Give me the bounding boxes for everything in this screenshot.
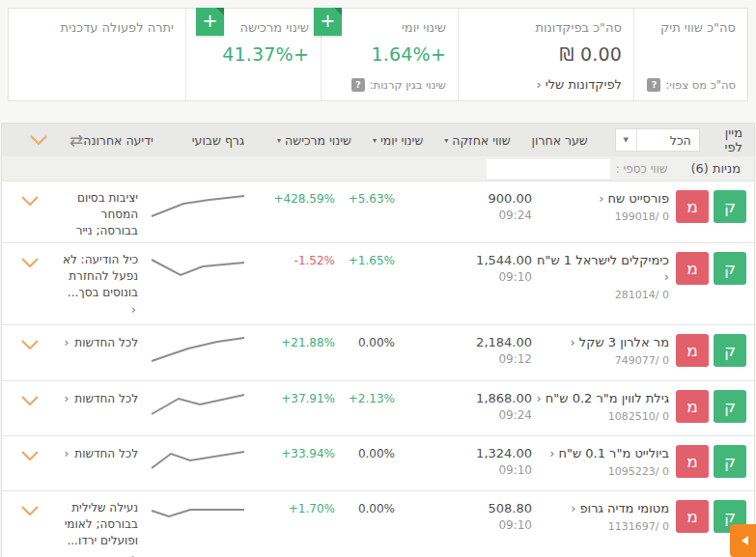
- security-name-link[interactable]: כימיקלים לישראל 1 ש"ח ‹: [532, 253, 669, 286]
- deposits-title: סה"כ בפיקדונות: [470, 20, 622, 35]
- quote-time: 09:10: [449, 463, 532, 477]
- sell-button[interactable]: מ: [676, 334, 709, 367]
- all-news-link[interactable]: לכל החדשות ‹: [64, 392, 138, 405]
- chevron-left-icon: ‹: [664, 269, 669, 284]
- news-link[interactable]: יציבות בסיום המסחר בבורסה; נייר חדרה... …: [76, 191, 138, 243]
- card-total-portfolio: סה"כ שווי תיק סה"כ מס צפוי: ?: [633, 9, 747, 100]
- card-deposits: סה"כ בפיקדונות 0.00 ₪ לפיקדונות שלי ‹: [458, 9, 633, 100]
- sell-button[interactable]: מ: [676, 390, 709, 423]
- security-id: 749077/ 0: [532, 354, 669, 367]
- chevron-left-icon: ‹: [599, 191, 603, 206]
- all-news-link[interactable]: לכל החדשות ‹: [64, 447, 138, 460]
- collapse-chevron-icon[interactable]: [29, 134, 48, 146]
- help-icon[interactable]: ?: [351, 78, 365, 92]
- chevron-left-icon: ‹: [570, 335, 574, 349]
- chevron-left-icon: ‹: [536, 77, 541, 92]
- security-id: 1095223/ 0: [532, 465, 669, 478]
- news-link[interactable]: נעילה שלילית בבורסה; לאומי ופועלים ירדו.…: [65, 501, 138, 557]
- expand-row-chevron-icon[interactable]: [6, 252, 54, 268]
- column-last-price[interactable]: שער אחרון: [532, 133, 588, 148]
- sell-button[interactable]: מ: [676, 445, 709, 478]
- daily-change-value: +1.65%: [335, 252, 395, 267]
- buy-button[interactable]: ק: [714, 390, 746, 423]
- card-balance: יתרה לפעולה עדכנית: [9, 9, 185, 100]
- help-icon[interactable]: ?: [647, 78, 660, 92]
- purchase-change-value: +33.94%: [246, 445, 335, 460]
- daily-change-value: +1.64%: [333, 43, 446, 65]
- weekly-sparkline: [138, 334, 246, 367]
- caret-down-icon: ▾: [444, 136, 448, 145]
- security-name-link[interactable]: מר אלרון 3 שקל ‹: [532, 335, 669, 351]
- expand-row-chevron-icon[interactable]: [6, 390, 54, 406]
- weekly-sparkline: [138, 390, 246, 423]
- table-row: ק מ כימיקלים לישראל 1 ש"ח ‹ 281014/ 0 1,…: [2, 243, 754, 325]
- security-name-link[interactable]: גילת לווין מ"ר 0.2 ש"ח ‹: [532, 391, 669, 407]
- expand-row-chevron-icon[interactable]: [6, 500, 54, 516]
- news-link[interactable]: כיל הודיעה: לא נפעל להחזרת בונוסים בסך..…: [63, 253, 138, 317]
- my-deposits-link[interactable]: לפיקדונות שלי ‹: [536, 77, 622, 92]
- shekel-symbol: ₪: [560, 43, 574, 65]
- daily-change-value: 0.00%: [335, 334, 395, 349]
- expand-row-chevron-icon[interactable]: [6, 334, 54, 350]
- security-id: 1082510/ 0: [532, 410, 669, 423]
- quote-time: 09:24: [449, 209, 532, 222]
- table-row: ק מ מטומי מדיה גרופ ‹ 1131697/ 0 508.80 …: [2, 491, 754, 557]
- chevron-left-icon: ‹: [571, 501, 575, 515]
- holdings-panel: מיין לפי הכל ▼ שער אחרון שווי אחזקה ▾ שי…: [1, 123, 755, 557]
- daily-change-value: 0.00%: [335, 500, 395, 515]
- swap-columns-icon[interactable]: ⇄: [70, 130, 83, 150]
- all-news-link[interactable]: לכל החדשות ‹: [64, 336, 138, 349]
- purchase-change-value: +41.37%: [198, 43, 309, 65]
- column-purchase-change[interactable]: שינוי מרכישה ▾: [277, 133, 351, 148]
- chevron-down-icon: ▼: [616, 129, 637, 151]
- card-purchase-change: + שינוי מרכישה +41.37%: [185, 9, 321, 100]
- last-price: 900.00: [449, 191, 532, 206]
- last-price: 2,184.00: [449, 335, 532, 349]
- security-id: 1131697/ 0: [532, 520, 669, 533]
- funds-change-label: שינוי בגין קרנות:: [370, 78, 446, 92]
- buy-button[interactable]: ק: [714, 252, 746, 285]
- security-id: 199018/ 0: [532, 210, 669, 223]
- column-weekly-graph[interactable]: גרף שבועי: [192, 133, 244, 148]
- monetary-value-label: שווי כספי :: [616, 162, 668, 176]
- chevron-left-icon: ‹: [131, 550, 136, 557]
- daily-change-title: שינוי יומי: [333, 20, 446, 35]
- security-name-link[interactable]: מטומי מדיה גרופ ‹: [532, 501, 669, 517]
- chevron-left-icon: ‹: [64, 391, 69, 405]
- table-row: ק מ פורסייט שח ‹ 199018/ 0 900.00 09:24 …: [2, 181, 754, 243]
- sell-button[interactable]: מ: [676, 500, 709, 533]
- column-last-news[interactable]: ידיעה אחרונה: [83, 133, 154, 148]
- sell-button[interactable]: מ: [676, 190, 709, 223]
- quote-time: 09:10: [449, 518, 532, 532]
- buy-button[interactable]: ק: [714, 445, 746, 478]
- last-price: 1,544.00: [449, 253, 532, 267]
- add-icon[interactable]: +: [196, 8, 224, 36]
- total-portfolio-title: סה"כ שווי תיק: [646, 20, 736, 35]
- column-holding-value[interactable]: שווי אחזקה ▾: [444, 133, 510, 148]
- sort-dropdown[interactable]: הכל ▼: [615, 128, 700, 152]
- purchase-change-value: +428.59%: [246, 190, 335, 206]
- weekly-sparkline: [138, 445, 246, 478]
- purchase-change-value: +21.88%: [246, 334, 335, 349]
- triangle-left-icon: [742, 536, 748, 545]
- table-row: ק מ ביולייט מ"ר 0.1 ש"ח ‹ 1095223/ 0 1,3…: [2, 436, 754, 491]
- quote-time: 09:10: [449, 270, 532, 284]
- buy-button[interactable]: ק: [714, 190, 746, 223]
- expected-tax-label: סה"כ מס צפוי:: [665, 78, 736, 92]
- column-daily-change[interactable]: שינוי יומי ▾: [373, 133, 423, 148]
- deposits-value: 0.00 ₪: [470, 43, 622, 65]
- expand-row-chevron-icon[interactable]: [6, 445, 54, 461]
- last-price: 1,868.00: [449, 391, 532, 405]
- expand-row-chevron-icon[interactable]: [6, 190, 54, 207]
- security-name-link[interactable]: פורסייט שח ‹: [532, 191, 669, 208]
- side-panel-toggle-button[interactable]: [730, 524, 756, 557]
- last-price: 508.80: [449, 501, 532, 515]
- quote-time: 09:12: [449, 352, 532, 366]
- security-name-link[interactable]: ביולייט מ"ר 0.1 ש"ח ‹: [532, 446, 669, 462]
- buy-button[interactable]: ק: [714, 334, 746, 367]
- chevron-left-icon: ‹: [131, 302, 136, 317]
- sell-button[interactable]: מ: [676, 252, 709, 285]
- quote-time: 09:24: [449, 408, 532, 422]
- table-row: ק מ מר אלרון 3 שקל ‹ 749077/ 0 2,184.00 …: [2, 325, 754, 381]
- weekly-sparkline: [138, 252, 246, 285]
